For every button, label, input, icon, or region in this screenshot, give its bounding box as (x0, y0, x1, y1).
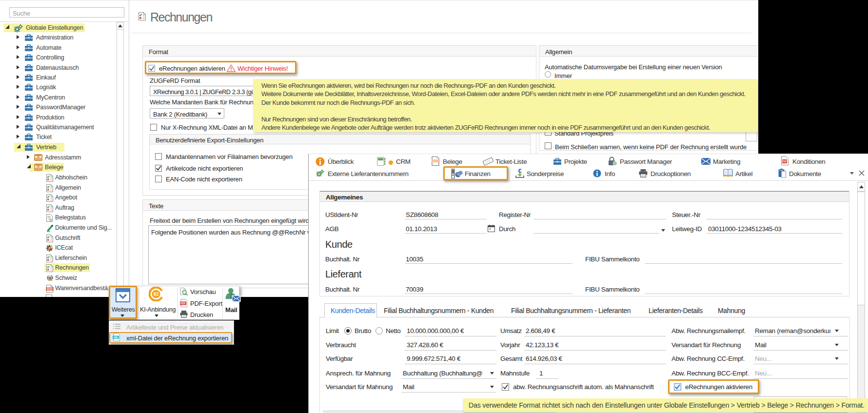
svg-text:PDF: PDF (180, 302, 186, 305)
svg-text:KI: KI (154, 292, 158, 297)
svg-text:PDF: PDF (782, 160, 787, 163)
svg-text:XML: XML (114, 336, 118, 339)
